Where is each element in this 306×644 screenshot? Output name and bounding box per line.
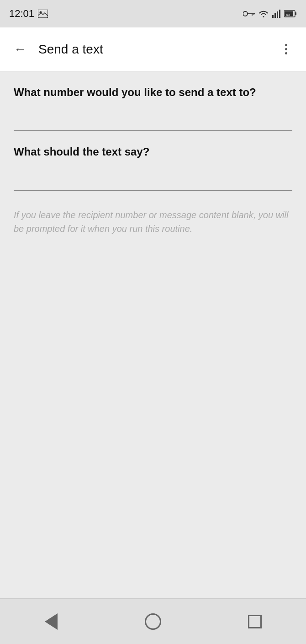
message-input[interactable] [14, 171, 292, 191]
key-icon [243, 11, 255, 17]
more-dots-icon [285, 44, 287, 54]
svg-rect-8 [277, 11, 278, 18]
svg-rect-6 [272, 15, 274, 18]
svg-rect-11 [295, 12, 296, 15]
nav-recents-button[interactable] [237, 603, 273, 640]
nav-home-button[interactable] [135, 603, 171, 640]
svg-rect-7 [274, 13, 276, 18]
wifi-icon [259, 10, 269, 18]
battery-icon: 63 [284, 10, 297, 17]
nav-home-icon [145, 613, 161, 630]
signal-icon [272, 10, 280, 18]
hint-text: If you leave the recipient number or mes… [14, 208, 292, 236]
question-1-label: What number would you like to send a tex… [14, 85, 292, 100]
svg-point-2 [243, 11, 248, 16]
back-arrow-icon: ← [14, 42, 26, 57]
more-options-button[interactable] [275, 38, 297, 60]
app-bar: ← Send a text [0, 27, 306, 71]
nav-recents-icon [248, 615, 262, 628]
nav-back-button[interactable] [33, 603, 69, 640]
status-bar: 12:01 [0, 0, 306, 27]
gallery-icon [38, 10, 48, 18]
content-area: What number would you like to send a tex… [0, 71, 306, 598]
svg-rect-9 [279, 10, 280, 18]
status-icons: 63 [243, 10, 297, 18]
svg-text:63: 63 [286, 13, 290, 17]
question-2-label: What should the text say? [14, 145, 292, 159]
status-time: 12:01 [9, 8, 48, 20]
navigation-bar [0, 598, 306, 644]
phone-number-input[interactable] [14, 111, 292, 131]
app-title: Send a text [38, 42, 275, 57]
svg-rect-0 [38, 10, 48, 18]
back-button[interactable]: ← [9, 38, 31, 60]
nav-back-icon [45, 613, 58, 630]
